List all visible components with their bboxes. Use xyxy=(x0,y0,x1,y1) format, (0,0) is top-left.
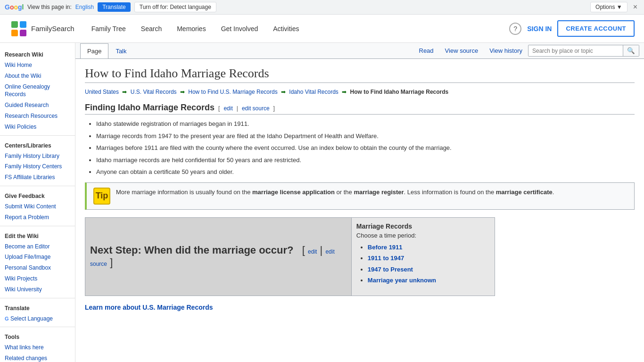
turn-off-button[interactable]: Turn off for: Detect language xyxy=(134,2,216,12)
marriage-records-cell: Marriage Records Choose a time period: B… xyxy=(351,217,495,296)
breadcrumb-arrow-3: ➡ xyxy=(281,89,286,95)
search-input[interactable] xyxy=(528,46,623,56)
search-icon: 🔍 xyxy=(627,47,635,54)
help-icon[interactable]: ? xyxy=(509,23,521,35)
sidebar-item-wiki-policies[interactable]: Wiki Policies xyxy=(0,122,75,132)
translate-label: View this page in: xyxy=(27,4,72,10)
options-button[interactable]: Options ▼ xyxy=(590,2,627,12)
sidebar-item-upload-file[interactable]: Upload File/Image xyxy=(0,252,75,263)
tab-page[interactable]: Page xyxy=(80,43,108,58)
sidebar-item-fs-affiliate[interactable]: FS Affiliate Libraries xyxy=(0,172,75,183)
main-nav: Family Tree Search Memories Get Involved… xyxy=(84,15,510,43)
sidebar-item-become-editor[interactable]: Become an Editor xyxy=(0,241,75,252)
wiki-actions: Read View source View history xyxy=(413,43,528,58)
list-item: Marriage year unknown xyxy=(368,276,490,285)
create-account-button[interactable]: CREATE ACCOUNT xyxy=(557,20,635,37)
sidebar: Research Wiki Wiki Home About the Wiki O… xyxy=(0,43,75,362)
sidebar-item-wiki-home[interactable]: Wiki Home xyxy=(0,60,75,71)
breadcrumb-arrow-4: ➡ xyxy=(342,89,347,95)
action-view-source[interactable]: View source xyxy=(439,43,484,58)
translate-language-link[interactable]: English xyxy=(75,4,94,10)
edit-source-link[interactable]: edit source xyxy=(242,105,270,112)
breadcrumb-us-vital-records[interactable]: U.S. Vital Records xyxy=(131,89,177,95)
marriage-records-title: Marriage Records xyxy=(356,222,490,230)
tip-box: Tip More marriage information is usually… xyxy=(85,182,635,210)
marriage-link-1911-1947[interactable]: 1911 to 1947 xyxy=(368,255,404,262)
sidebar-item-about-wiki[interactable]: About the Wiki xyxy=(0,71,75,82)
svg-rect-3 xyxy=(11,30,18,36)
site-header: FamilySearch Family Tree Search Memories… xyxy=(0,15,644,43)
nav-get-involved[interactable]: Get Involved xyxy=(214,15,266,43)
sidebar-item-wiki-university[interactable]: Wiki University xyxy=(0,284,75,295)
wiki-search: 🔍 xyxy=(528,45,639,57)
sidebar-item-select-language[interactable]: G Select Language xyxy=(0,313,75,324)
search-button[interactable]: 🔍 xyxy=(623,45,639,56)
sidebar-section-research-wiki: Research Wiki xyxy=(0,48,75,60)
sidebar-section-edit-wiki: Edit the Wiki xyxy=(0,229,75,241)
next-step-edit-bracket: [ xyxy=(302,244,305,256)
breadcrumb-arrow-2: ➡ xyxy=(180,89,185,95)
nav-search[interactable]: Search xyxy=(133,15,169,43)
tip-text: More marriage information is usually fou… xyxy=(116,188,554,197)
action-view-history[interactable]: View history xyxy=(484,43,528,58)
breadcrumb-us-marriage-records[interactable]: How to Find U.S. Marriage Records xyxy=(188,89,277,95)
list-item: 1911 to 1947 xyxy=(368,254,490,263)
sidebar-item-family-history-centers[interactable]: Family History Centers xyxy=(0,161,75,172)
section-title: Finding Idaho Marriage Records xyxy=(85,103,215,113)
next-step-edit-link[interactable]: edit xyxy=(308,248,317,255)
sidebar-item-family-history-library[interactable]: Family History Library xyxy=(0,151,75,162)
breadcrumb-current: How to Find Idaho Marriage Records xyxy=(350,89,449,95)
marriage-link-1947-present[interactable]: 1947 to Present xyxy=(368,266,413,273)
sidebar-item-related-changes[interactable]: Related changes xyxy=(0,353,75,362)
select-language-label: Select Language xyxy=(10,315,53,322)
breadcrumb: United States ➡ U.S. Vital Records ➡ How… xyxy=(85,89,635,95)
marriage-records-subtitle: Choose a time period: xyxy=(356,232,490,239)
sidebar-item-guided-research[interactable]: Guided Research xyxy=(0,100,75,111)
learn-more-link[interactable]: Learn more about U.S. Marriage Records xyxy=(85,304,213,311)
tab-talk[interactable]: Talk xyxy=(108,43,133,58)
nav-family-tree[interactable]: Family Tree xyxy=(84,15,133,43)
wiki-tabs: Page Talk Read View source View history … xyxy=(75,43,644,59)
bullet-list: Idaho statewide registration of marriage… xyxy=(85,119,635,177)
header-right: ? SIGN IN CREATE ACCOUNT xyxy=(509,20,635,37)
step-table: Next Step: When did the marriage occur? … xyxy=(85,217,495,296)
sidebar-item-what-links-here[interactable]: What links here xyxy=(0,342,75,353)
svg-text:Google: Google xyxy=(5,3,24,11)
sidebar-section-translate: Translate xyxy=(0,301,75,313)
action-read[interactable]: Read xyxy=(413,43,439,58)
svg-point-5 xyxy=(17,27,21,31)
sidebar-section-feedback: Give Feedback xyxy=(0,189,75,201)
sidebar-item-personal-sandbox[interactable]: Personal Sandbox xyxy=(0,263,75,273)
list-item: Marriage records from 1947 to the presen… xyxy=(96,132,635,141)
marriage-records-list: Before 1911 1911 to 1947 1947 to Present… xyxy=(356,243,490,285)
article-title: How to Find Idaho Marriage Records xyxy=(85,66,635,83)
sidebar-item-report-problem[interactable]: Report a Problem xyxy=(0,212,75,223)
nav-memories[interactable]: Memories xyxy=(169,15,213,43)
sidebar-item-wiki-projects[interactable]: Wiki Projects xyxy=(0,273,75,284)
marriage-link-unknown[interactable]: Marriage year unknown xyxy=(368,277,436,284)
list-item: Idaho statewide registration of marriage… xyxy=(96,119,635,129)
edit-link[interactable]: edit xyxy=(223,105,232,112)
breadcrumb-idaho-vital-records[interactable]: Idaho Vital Records xyxy=(289,89,339,95)
main-content: Page Talk Read View source View history … xyxy=(75,43,644,362)
nav-activities[interactable]: Activities xyxy=(265,15,306,43)
breadcrumb-arrow-1: ➡ xyxy=(122,89,127,95)
page-layout: Research Wiki Wiki Home About the Wiki O… xyxy=(0,43,644,362)
svg-rect-1 xyxy=(11,21,18,28)
sidebar-item-submit-wiki[interactable]: Submit Wiki Content xyxy=(0,201,75,212)
close-button[interactable]: × xyxy=(631,3,639,11)
translate-button[interactable]: Translate xyxy=(98,2,131,12)
sidebar-item-online-genealogy[interactable]: Online Genealogy Records xyxy=(0,82,75,100)
breadcrumb-united-states[interactable]: United States xyxy=(85,89,119,95)
sidebar-section-centers: Centers/Libraries xyxy=(0,139,75,151)
svg-rect-4 xyxy=(20,30,26,36)
marriage-link-before-1911[interactable]: Before 1911 xyxy=(368,244,403,251)
sign-in-button[interactable]: SIGN IN xyxy=(527,25,552,33)
site-logo[interactable]: FamilySearch xyxy=(9,19,74,38)
sidebar-item-research-resources[interactable]: Research Resources xyxy=(0,111,75,122)
article: How to Find Idaho Marriage Records Unite… xyxy=(75,59,644,319)
logo-text: FamilySearch xyxy=(31,25,74,33)
svg-rect-2 xyxy=(20,21,26,28)
list-item: Before 1911 xyxy=(368,243,490,252)
google-g-icon: G xyxy=(5,316,9,321)
